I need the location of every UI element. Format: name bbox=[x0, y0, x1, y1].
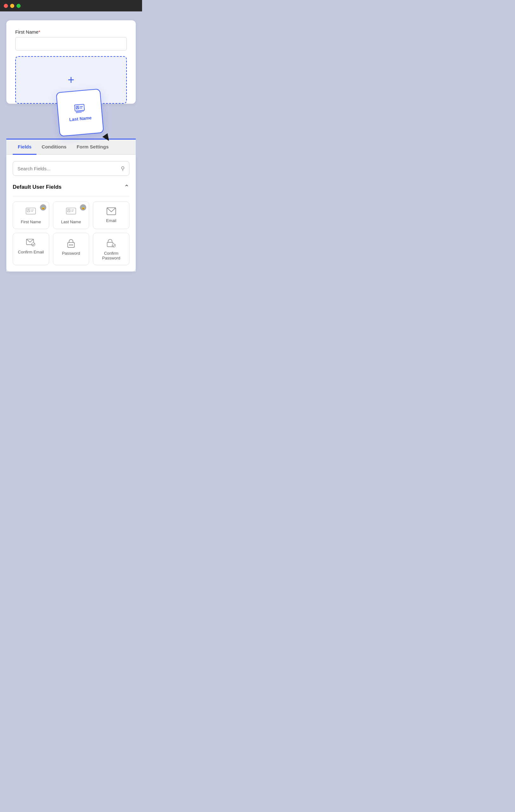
form-preview-card: First Name* + Last Name bbox=[6, 20, 136, 104]
confirm-password-field-icon bbox=[107, 239, 116, 248]
lock-badge-last-name: 🔒 bbox=[80, 204, 86, 211]
svg-point-21 bbox=[69, 244, 70, 246]
search-icon: ⚲ bbox=[121, 165, 125, 172]
tab-bar-wrapper: Fields Conditions Form Settings ⚲ Defaul… bbox=[6, 139, 136, 271]
title-bar bbox=[0, 0, 142, 11]
minimize-button[interactable] bbox=[10, 4, 14, 8]
fields-grid: 🔒 First Name 🔒 bbox=[13, 201, 129, 265]
last-name-field-label: Last Name bbox=[61, 220, 81, 224]
first-name-input[interactable] bbox=[15, 37, 127, 51]
lock-badge-first-name: 🔒 bbox=[40, 204, 46, 211]
email-field-icon bbox=[107, 207, 116, 215]
field-card-confirm-email[interactable]: Confirm Email bbox=[13, 233, 49, 265]
section-title: Default User Fields bbox=[13, 184, 62, 190]
password-field-label: Password bbox=[62, 251, 80, 256]
svg-rect-11 bbox=[31, 211, 33, 211]
svg-point-23 bbox=[72, 244, 73, 246]
svg-point-9 bbox=[28, 209, 29, 211]
tab-fields[interactable]: Fields bbox=[13, 140, 36, 155]
field-card-password[interactable]: Password bbox=[53, 233, 89, 265]
svg-line-6 bbox=[76, 112, 82, 113]
first-name-field-label: First Name bbox=[21, 220, 41, 224]
dragging-card-label: Last Name bbox=[69, 115, 92, 122]
first-name-field-icon bbox=[26, 207, 36, 216]
last-name-drag-icon bbox=[74, 104, 85, 114]
password-field-icon bbox=[67, 239, 75, 248]
svg-line-5 bbox=[76, 111, 84, 112]
svg-rect-15 bbox=[71, 210, 74, 210]
email-field-label: Email bbox=[106, 218, 116, 223]
fields-panel: ⚲ Default User Fields ⌃ 🔒 bbox=[6, 155, 136, 271]
dragging-field-card: Last Name bbox=[56, 88, 104, 137]
field-card-email[interactable]: Email bbox=[93, 201, 129, 229]
svg-rect-10 bbox=[31, 210, 34, 210]
chevron-up-icon[interactable]: ⌃ bbox=[124, 183, 129, 191]
confirm-email-field-label: Confirm Email bbox=[18, 250, 44, 254]
close-button[interactable] bbox=[4, 4, 8, 8]
first-name-label: First Name* bbox=[15, 29, 127, 35]
svg-point-22 bbox=[70, 244, 72, 246]
section-divider bbox=[13, 196, 129, 196]
search-input[interactable] bbox=[18, 166, 121, 171]
last-name-field-icon bbox=[66, 207, 76, 216]
field-card-first-name[interactable]: 🔒 First Name bbox=[13, 201, 49, 229]
main-content: First Name* + Last Name bbox=[0, 11, 142, 278]
tab-bar: Fields Conditions Form Settings bbox=[6, 140, 136, 155]
field-card-last-name[interactable]: 🔒 Last Name bbox=[53, 201, 89, 229]
search-bar[interactable]: ⚲ bbox=[13, 161, 129, 176]
drop-zone[interactable]: + Last Name bbox=[15, 56, 127, 104]
svg-point-14 bbox=[68, 209, 69, 211]
field-card-confirm-password[interactable]: Confirm Password bbox=[93, 233, 129, 265]
confirm-email-field-icon bbox=[26, 239, 35, 246]
section-header: Default User Fields ⌃ bbox=[13, 183, 129, 191]
tab-conditions[interactable]: Conditions bbox=[36, 140, 71, 155]
svg-rect-16 bbox=[71, 211, 73, 211]
confirm-password-field-label: Confirm Password bbox=[96, 251, 126, 260]
maximize-button[interactable] bbox=[17, 4, 21, 8]
plus-icon: + bbox=[67, 74, 74, 86]
